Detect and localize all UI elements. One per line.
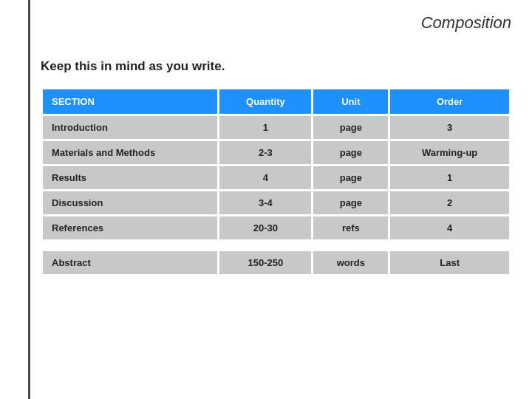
main-content: Keep this in mind as you write. SECTION … xyxy=(41,59,511,276)
section-cell: Discussion xyxy=(43,191,217,214)
abstract-section: Abstract xyxy=(43,251,217,274)
table-row: References20-30refs4 xyxy=(43,216,509,239)
subtitle: Keep this in mind as you write. xyxy=(41,59,511,74)
quantity-cell: 2-3 xyxy=(219,141,311,164)
table-header-row: SECTION Quantity Unit Order xyxy=(43,89,509,114)
table-row: Discussion3-4page2 xyxy=(43,191,509,214)
section-cell: Introduction xyxy=(43,116,217,139)
unit-cell: refs xyxy=(313,216,388,239)
unit-cell: page xyxy=(313,116,388,139)
abstract-unit: words xyxy=(313,251,388,274)
abstract-quantity: 150-250 xyxy=(219,251,311,274)
col-header-quantity: Quantity xyxy=(219,89,311,114)
page: Composition Keep this in mind as you wri… xyxy=(0,0,532,399)
section-cell: Materials and Methods xyxy=(43,141,217,164)
composition-table: SECTION Quantity Unit Order Introduction… xyxy=(41,87,511,276)
section-cell: References xyxy=(43,216,217,239)
order-cell: Warming-up xyxy=(390,141,509,164)
col-header-section: SECTION xyxy=(43,89,217,114)
unit-cell: page xyxy=(313,191,388,214)
table-row: Results4page1 xyxy=(43,166,509,189)
left-bar xyxy=(28,0,30,399)
order-cell: 3 xyxy=(390,116,509,139)
section-cell: Results xyxy=(43,166,217,189)
table-row-abstract: Abstract 150-250 words Last xyxy=(43,251,509,274)
unit-cell: page xyxy=(313,141,388,164)
unit-cell: page xyxy=(313,166,388,189)
quantity-cell: 20-30 xyxy=(219,216,311,239)
spacer-row-abstract xyxy=(43,242,509,249)
order-cell: 1 xyxy=(390,166,509,189)
quantity-cell: 4 xyxy=(219,166,311,189)
abstract-order: Last xyxy=(390,251,509,274)
order-cell: 2 xyxy=(390,191,509,214)
col-header-unit: Unit xyxy=(313,89,388,114)
page-title: Composition xyxy=(421,13,511,33)
table-row: Introduction1page3 xyxy=(43,116,509,139)
order-cell: 4 xyxy=(390,216,509,239)
col-header-order: Order xyxy=(390,89,509,114)
quantity-cell: 1 xyxy=(219,116,311,139)
table-row: Materials and Methods2-3pageWarming-up xyxy=(43,141,509,164)
quantity-cell: 3-4 xyxy=(219,191,311,214)
